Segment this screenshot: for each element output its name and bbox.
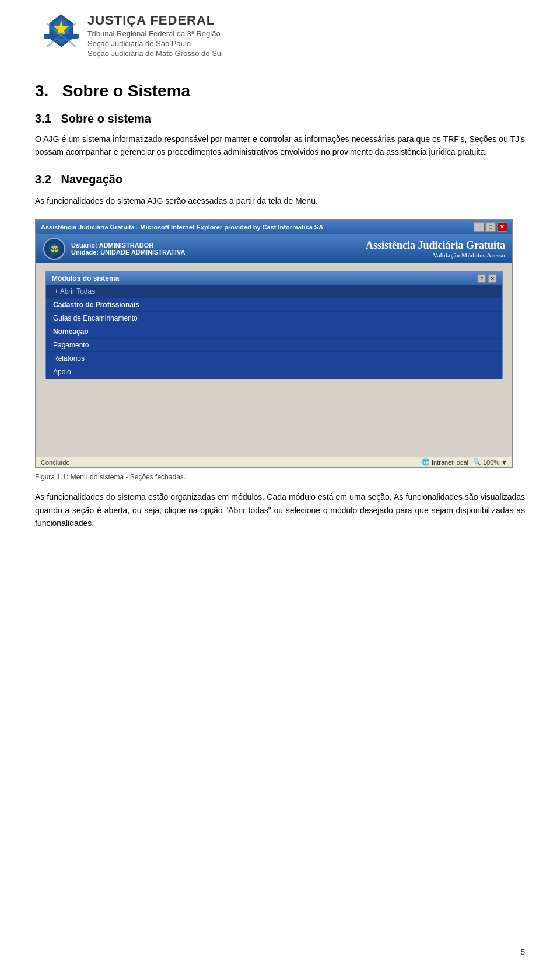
browser-title-text: Assistência Judiciária Gratuita - Micros… xyxy=(41,224,323,231)
app-header-left: ⚖ Usuário: ADMINISTRADOR Unidade: UNIDAD… xyxy=(43,238,185,260)
header-subtitle2: Seção Judiciária de São Paulo xyxy=(88,39,223,48)
intranet-status: 🌐 Intranet local xyxy=(422,458,468,466)
browser-statusbar: Concluído 🌐 Intranet local 🔍 100% ▼ xyxy=(36,457,512,467)
section32-heading: 3.2 Navegação xyxy=(35,173,525,186)
screenshot-container: Assistência Judiciária Gratuita - Micros… xyxy=(35,219,513,468)
user-label: Usuário: xyxy=(71,242,97,249)
app-header-right: Assistência Judiciária Gratuita Validaçã… xyxy=(366,239,505,259)
menu-item-cadastro[interactable]: Cadastro de Profissionais xyxy=(46,298,502,312)
menu-panel-controls: ? ✕ xyxy=(478,274,496,283)
section31-title: Sobre o sistema xyxy=(61,112,151,125)
zoom-icon: 🔍 xyxy=(473,458,481,466)
app-title-main: Assistência Judiciária Gratuita xyxy=(366,239,505,252)
section31-number: 3.1 xyxy=(35,112,51,125)
menu-close-button[interactable]: ✕ xyxy=(488,274,496,283)
unit-label: Unidade: xyxy=(71,249,99,256)
status-text: Concluído xyxy=(41,459,70,466)
user-line: Usuário: ADMINISTRADOR xyxy=(71,242,185,249)
user-value: ADMINISTRADOR xyxy=(99,242,154,249)
section3-title: Sobre o Sistema xyxy=(62,82,190,100)
titlebar-buttons: _ □ ✕ xyxy=(474,222,508,232)
app-emblem: ⚖ xyxy=(43,238,65,260)
intranet-label: Intranet local xyxy=(432,459,468,466)
menu-item-open-all[interactable]: + Abrir Todas xyxy=(46,285,502,298)
section32-body1: As funcionalidades do sistema AJG serão … xyxy=(35,194,525,207)
app-header: ⚖ Usuário: ADMINISTRADOR Unidade: UNIDAD… xyxy=(36,234,512,263)
header-subtitle1: Tribunal Regional Federal da 3ª Região xyxy=(88,29,223,38)
zoom-level: 100% xyxy=(483,459,499,466)
minimize-button[interactable]: _ xyxy=(474,222,484,232)
menu-items-list: + Abrir Todas Cadastro de Profissionais … xyxy=(46,285,502,379)
section32-title: Navegação xyxy=(61,173,123,186)
unit-line: Unidade: UNIDADE ADMINISTRATIVA xyxy=(71,249,185,256)
app-title-sub: Validação Módulos Acesso xyxy=(366,252,505,259)
unit-value: UNIDADE ADMINISTRATIVA xyxy=(100,249,185,256)
status-right: 🌐 Intranet local 🔍 100% ▼ xyxy=(422,458,508,466)
figure-caption: Figura 1.1: Menu do sistema - Seções fec… xyxy=(35,473,525,481)
menu-help-button[interactable]: ? xyxy=(478,274,486,283)
app-user-info: Usuário: ADMINISTRADOR Unidade: UNIDADE … xyxy=(71,242,185,256)
section31-body: O AJG é um sistema informatizado respons… xyxy=(35,133,525,159)
intranet-icon: 🌐 xyxy=(422,458,430,466)
menu-panel-title: Módulos do sistema xyxy=(52,274,119,283)
page-container: JUSTIÇA FEDERAL Tribunal Regional Federa… xyxy=(0,0,560,968)
section31-heading: 3.1 Sobre o sistema xyxy=(35,112,525,126)
zoom-status: 🔍 100% ▼ xyxy=(473,458,508,466)
maximize-button[interactable]: □ xyxy=(485,222,496,232)
header-subtitle3: Seção Judiciária de Mato Grosso do Sul xyxy=(88,49,223,58)
menu-item-guias[interactable]: Guias de Encaminhamento xyxy=(46,312,502,325)
browser-titlebar: Assistência Judiciária Gratuita - Micros… xyxy=(36,220,512,234)
section3-number: 3. xyxy=(35,82,48,100)
section3-heading: 3. Sobre o Sistema xyxy=(35,82,525,100)
page-header: JUSTIÇA FEDERAL Tribunal Regional Federa… xyxy=(35,12,525,64)
menu-panel-header: Módulos do sistema ? ✕ xyxy=(46,272,502,285)
menu-item-relatorios[interactable]: Relatórios xyxy=(46,352,502,365)
section32-body2: As funcionalidades do sistema estão orga… xyxy=(35,490,525,530)
close-button[interactable]: ✕ xyxy=(497,222,508,232)
page-number: 5 xyxy=(521,948,525,956)
header-logo xyxy=(35,12,88,58)
menu-item-pagamento[interactable]: Pagamento xyxy=(46,339,502,352)
header-title: JUSTIÇA FEDERAL xyxy=(88,13,223,28)
header-text-block: JUSTIÇA FEDERAL Tribunal Regional Federa… xyxy=(88,13,223,58)
zoom-dropdown-icon[interactable]: ▼ xyxy=(501,459,508,466)
menu-item-apoio[interactable]: Apoio xyxy=(46,365,502,379)
section32-number: 3.2 xyxy=(35,173,51,186)
menu-panel: Módulos do sistema ? ✕ + Abrir Todas Cad… xyxy=(46,271,503,379)
menu-item-nomeacao[interactable]: Nomeação xyxy=(46,325,502,339)
content-area-spacer xyxy=(41,384,508,454)
